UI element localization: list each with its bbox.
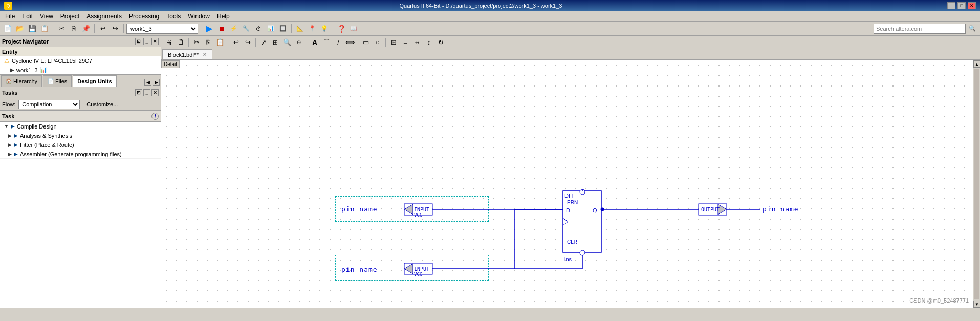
nav-close-button[interactable]: ✕ xyxy=(151,38,159,45)
tab-nav-left[interactable]: ◀ xyxy=(144,79,151,86)
tasks-float-button[interactable]: ⊡ xyxy=(135,89,142,96)
task-analysis-synthesis[interactable]: ▶ ▶ Analysis & Synthesis xyxy=(0,131,161,140)
tab-files[interactable]: 📄 Files xyxy=(43,75,72,87)
menu-view[interactable]: View xyxy=(37,12,56,20)
menu-processing[interactable]: Processing xyxy=(126,12,162,20)
flip-v-btn[interactable]: ↕ xyxy=(423,37,434,48)
detail-button[interactable]: Detail xyxy=(161,60,180,68)
cut-sch-btn[interactable]: ✂ xyxy=(191,37,202,48)
search-icon[interactable]: 🔍 xyxy=(967,23,978,34)
task-fitter[interactable]: ▶ ▶ Fitter (Place & Route) xyxy=(0,140,161,149)
search-input[interactable] xyxy=(874,24,966,34)
schematic-canvas[interactable]: Detail pin name INPUT VCC xyxy=(161,60,973,308)
expand-icon[interactable]: ▶ xyxy=(8,142,12,147)
task-assembler[interactable]: ▶ ▶ Assembler (Generate programming file… xyxy=(0,149,161,159)
new-button[interactable]: 📄 xyxy=(2,23,13,34)
align-btn[interactable]: ≡ xyxy=(400,37,411,48)
ellipse-btn[interactable]: ○ xyxy=(372,37,383,48)
tab-nav-right[interactable]: ▶ xyxy=(153,79,160,86)
save-all-button[interactable]: 📋 xyxy=(39,23,50,34)
editor-tab-close-icon[interactable]: ✕ xyxy=(203,52,207,57)
rect-btn[interactable]: ▭ xyxy=(360,37,372,48)
help-button[interactable]: ❓ xyxy=(336,23,347,34)
save-button[interactable]: 💾 xyxy=(27,23,38,34)
nav-float-button[interactable]: ⊡ xyxy=(135,38,142,45)
paste-button[interactable]: 📌 xyxy=(80,23,92,34)
menu-project[interactable]: Project xyxy=(57,12,82,20)
print-prev-btn[interactable]: 🗒 xyxy=(175,37,186,48)
menu-assignments[interactable]: Assignments xyxy=(83,12,125,20)
sep4 xyxy=(201,24,201,33)
nav-min-button[interactable]: _ xyxy=(143,38,150,45)
zoom-out-btn[interactable]: ⊖ xyxy=(293,37,304,48)
select-btn[interactable]: ⤢ xyxy=(258,37,269,48)
expand-icon[interactable]: ▶ xyxy=(8,152,12,157)
play-icon: ▶ xyxy=(11,123,15,129)
rotate-btn[interactable]: ↻ xyxy=(435,37,446,48)
close-button[interactable]: ✕ xyxy=(968,2,976,9)
open-button[interactable]: 📂 xyxy=(14,23,26,34)
project-dropdown[interactable]: work1_3 xyxy=(126,24,198,34)
menu-help[interactable]: Help xyxy=(214,12,233,20)
redo-sch-btn[interactable]: ↪ xyxy=(242,37,253,48)
mirror-btn[interactable]: ⟺ xyxy=(344,37,356,48)
vertical-scrollbar[interactable]: ▲ ▼ xyxy=(973,60,980,308)
line-btn[interactable]: / xyxy=(333,37,344,48)
menu-edit[interactable]: Edit xyxy=(19,12,36,20)
paste-sch-btn[interactable]: 📋 xyxy=(214,37,226,48)
main-toolbar: 📄 📂 💾 📋 ✂ ⎘ 📌 ↩ ↪ work1_3 ▶ ⏹ ⚡ 🔧 ⏱ 📊 🔲 … xyxy=(0,22,980,36)
title-bar: Q Quartus II 64-Bit - D:/quartus_project… xyxy=(0,0,980,11)
task-compile-design[interactable]: ▼ ▶ Compile Design xyxy=(0,122,161,131)
sim-button[interactable]: 📊 xyxy=(265,23,276,34)
menu-file[interactable]: File xyxy=(2,12,18,20)
rtl-button[interactable]: 🔲 xyxy=(277,23,289,34)
fitter-button[interactable]: 🔧 xyxy=(241,23,252,34)
minimize-button[interactable]: ─ xyxy=(947,2,955,9)
tasks-close-button[interactable]: ✕ xyxy=(151,89,159,96)
expand-icon[interactable]: ▶ xyxy=(8,133,12,138)
stop-button[interactable]: ⏹ xyxy=(216,23,227,34)
scroll-thumb[interactable] xyxy=(974,69,979,299)
timing-button[interactable]: ⏱ xyxy=(253,23,264,34)
sep-t2-4 xyxy=(307,38,307,47)
project-item[interactable]: ▶ work1_3 📊 xyxy=(0,66,161,74)
scroll-down-button[interactable]: ▼ xyxy=(973,301,980,308)
copy-button[interactable]: ⎘ xyxy=(68,23,79,34)
sep5 xyxy=(291,24,292,33)
sep6 xyxy=(333,24,333,33)
docs-button[interactable]: 📖 xyxy=(348,23,359,34)
chip-plan-button[interactable]: 📐 xyxy=(294,23,306,34)
redo-button[interactable]: ↪ xyxy=(110,23,121,34)
pin-plan-button[interactable]: 📍 xyxy=(307,23,318,34)
zoom-fit-btn[interactable]: ⊞ xyxy=(270,37,281,48)
zoom-in-btn[interactable]: 🔍 xyxy=(281,37,293,48)
sel2-btn[interactable]: ⊞ xyxy=(388,37,399,48)
dff-inst-label: ins xyxy=(564,256,572,262)
tab-hierarchy[interactable]: 🏠 Hierarchy xyxy=(1,75,42,87)
tab-design-units[interactable]: Design Units xyxy=(73,75,116,87)
print-btn[interactable]: 🖨 xyxy=(163,37,175,48)
maximize-button[interactable]: □ xyxy=(957,2,966,9)
menu-window[interactable]: Window xyxy=(185,12,213,20)
schematic-toolbar: 🖨 🗒 ✂ ⎘ 📋 ↩ ↪ ⤢ ⊞ 🔍 ⊖ A ⌒ / ⟺ ▭ ○ ⊞ ≡ ↔ xyxy=(161,36,980,49)
task-tree: ▼ ▶ Compile Design ▶ ▶ Analysis & Synthe… xyxy=(0,122,161,308)
undo-sch-btn[interactable]: ↩ xyxy=(230,37,242,48)
scroll-up-button[interactable]: ▲ xyxy=(973,60,980,68)
menu-tools[interactable]: Tools xyxy=(163,12,184,20)
task-info-button[interactable]: i xyxy=(151,113,159,120)
expand-icon[interactable]: ▼ xyxy=(4,124,9,129)
programmer-button[interactable]: 💡 xyxy=(319,23,330,34)
text-btn[interactable]: A xyxy=(309,37,320,48)
arc-btn[interactable]: ⌒ xyxy=(321,37,332,48)
customize-button[interactable]: Customize... xyxy=(83,100,121,109)
flow-dropdown[interactable]: Compilation xyxy=(18,100,80,109)
flip-h-btn[interactable]: ↔ xyxy=(411,37,423,48)
copy-sch-btn[interactable]: ⎘ xyxy=(203,37,214,48)
info-icon[interactable]: i xyxy=(151,113,159,120)
tasks-min-button[interactable]: _ xyxy=(143,89,150,96)
compile-button[interactable]: ▶ xyxy=(204,23,215,34)
undo-button[interactable]: ↩ xyxy=(97,23,108,34)
prog-button[interactable]: ⚡ xyxy=(228,23,239,34)
editor-tab-block1[interactable]: Block1.bdf** ✕ xyxy=(162,49,212,59)
cut-button[interactable]: ✂ xyxy=(56,23,67,34)
